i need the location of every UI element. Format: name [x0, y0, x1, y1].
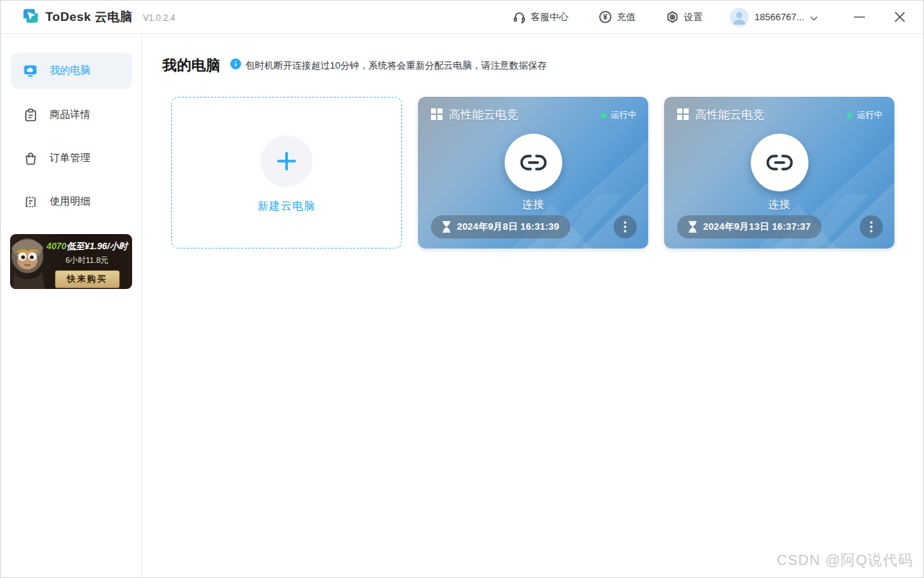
link-icon — [520, 152, 546, 173]
chevron-down-icon — [810, 11, 818, 24]
new-cloud-computer-card[interactable]: 新建云电脑 — [171, 97, 402, 249]
gear-icon — [666, 10, 679, 24]
info-icon — [230, 59, 241, 72]
clipboard-icon — [22, 107, 38, 123]
promo-banner[interactable]: 4070低至¥1.96/小时 6小时11.8元 快来购买 — [10, 234, 132, 289]
support-center-label: 客服中心 — [531, 11, 568, 24]
card-header: 高性能云电竞 运行中 — [418, 97, 648, 123]
close-button[interactable] — [889, 7, 910, 28]
main-content: 我的电脑 包时机断开连接超过10分钟，系统将会重新分配云电脑，请注意数据保存 — [143, 35, 923, 577]
connect-label[interactable]: 连接 — [418, 198, 648, 212]
promo-text: 4070低至¥1.96/小时 6小时11.8元 快来购买 — [46, 241, 128, 288]
svg-text:¥: ¥ — [603, 13, 608, 21]
machine-name: 高性能云电竞 — [449, 108, 518, 123]
app-window: ToDesk 云电脑 V1.0.2.4 客服中心 — [0, 0, 924, 578]
machine-name: 高性能云电竞 — [695, 108, 764, 123]
more-options-button[interactable] — [614, 215, 637, 238]
sidebar-item-usage-details[interactable]: 使用明细 — [11, 184, 132, 220]
machine-cards-row: 新建云电脑 高性能云电竞 — [171, 97, 894, 249]
status-label: 运行中 — [611, 109, 637, 121]
page-header: 我的电脑 包时机断开连接超过10分钟，系统将会重新分配云电脑，请注意数据保存 — [162, 56, 546, 75]
settings-button[interactable]: 设置 — [666, 10, 702, 24]
headset-icon — [513, 10, 526, 24]
link-icon — [767, 152, 793, 173]
app-version: V1.0.2.4 — [143, 13, 175, 23]
windows-grid-icon — [677, 108, 689, 123]
expiry-timestamp: 2024年9月13日 16:37:37 — [703, 220, 811, 233]
promo-buy-button[interactable]: 快来购买 — [55, 270, 120, 288]
notice-text: 包时机断开连接超过10分钟，系统将会重新分配云电脑，请注意数据保存 — [245, 59, 546, 72]
hourglass-icon — [688, 221, 697, 233]
kebab-menu-icon — [870, 221, 873, 233]
app-title: ToDesk 云电脑 — [45, 9, 133, 25]
user-account-menu[interactable]: 18566767... — [730, 8, 818, 27]
hourglass-icon — [442, 221, 451, 233]
connect-button[interactable] — [505, 134, 562, 191]
username: 18566767... — [754, 12, 804, 22]
machine-card: 高性能云电竞 运行中 连接 — [418, 97, 648, 249]
receipt-icon — [22, 194, 38, 210]
expiry-timestamp: 2024年9月8日 16:31:39 — [457, 220, 559, 233]
sidebar-label: 订单管理 — [50, 152, 90, 165]
recharge-label: 充值 — [616, 11, 635, 24]
sidebar: 我的电脑 商品详情 订单管理 — [1, 35, 142, 577]
expiry-time-pill: 2024年9月13日 16:37:37 — [677, 215, 821, 238]
notice: 包时机断开连接超过10分钟，系统将会重新分配云电脑，请注意数据保存 — [230, 59, 546, 72]
plus-icon[interactable] — [261, 135, 313, 187]
titlebar-actions: 客服中心 ¥ 充值 — [482, 7, 910, 28]
status-label: 运行中 — [857, 109, 883, 121]
cloud-computer-icon — [22, 63, 38, 79]
shopping-bag-icon — [22, 150, 38, 166]
minimize-button[interactable] — [848, 7, 870, 28]
watermark: CSDN @阿Q说代码 — [777, 551, 913, 570]
windows-grid-icon — [431, 108, 443, 123]
yuan-coin-icon: ¥ — [598, 10, 612, 24]
sidebar-item-product-details[interactable]: 商品详情 — [11, 97, 132, 133]
avatar — [730, 8, 749, 27]
card-header: 高性能云电竞 运行中 — [664, 97, 894, 123]
promo-subline: 6小时11.8元 — [46, 255, 128, 266]
status-badge: 运行中 — [847, 109, 883, 121]
new-cloud-computer-label: 新建云电脑 — [172, 199, 401, 213]
brand: ToDesk 云电脑 V1.0.2.4 — [22, 7, 175, 27]
page-title: 我的电脑 — [162, 56, 220, 75]
more-options-button[interactable] — [860, 215, 883, 238]
support-center-button[interactable]: 客服中心 — [513, 10, 568, 24]
titlebar: ToDesk 云电脑 V1.0.2.4 客服中心 — [1, 1, 923, 34]
status-dot — [847, 113, 853, 118]
recharge-button[interactable]: ¥ 充值 — [598, 10, 635, 24]
sidebar-item-order-management[interactable]: 订单管理 — [11, 140, 132, 176]
promo-tagline: 4070低至¥1.96/小时 — [46, 241, 128, 253]
sidebar-label: 商品详情 — [50, 108, 90, 121]
connect-button[interactable] — [751, 134, 808, 191]
settings-label: 设置 — [684, 11, 702, 24]
sidebar-label: 我的电脑 — [50, 64, 90, 77]
machine-card: 高性能云电竞 运行中 连接 — [664, 97, 894, 249]
sidebar-item-my-computer[interactable]: 我的电脑 — [11, 53, 132, 89]
todesk-logo-icon — [22, 7, 40, 27]
expiry-time-pill: 2024年9月8日 16:31:39 — [431, 215, 570, 238]
status-badge: 运行中 — [601, 109, 637, 121]
status-dot — [601, 113, 606, 118]
connect-label[interactable]: 连接 — [664, 198, 894, 212]
sidebar-label: 使用明细 — [50, 195, 90, 208]
kebab-menu-icon — [624, 221, 627, 233]
